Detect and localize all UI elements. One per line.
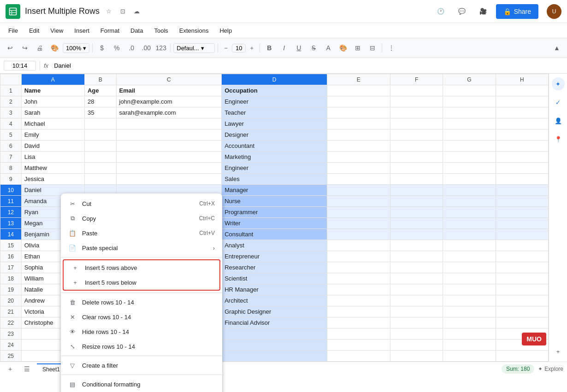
chat-icon[interactable]: 💬: [454, 3, 470, 20]
cell-G[interactable]: [443, 351, 496, 362]
cell-B[interactable]: [84, 129, 116, 140]
cell-D[interactable]: Scientist: [222, 273, 327, 284]
cell-H[interactable]: [496, 295, 548, 306]
explore-button[interactable]: ✦ Explore: [538, 366, 563, 372]
row-number[interactable]: 5: [0, 129, 22, 140]
cell-F[interactable]: [390, 96, 443, 107]
cell-B[interactable]: [84, 140, 116, 152]
history-icon[interactable]: ⊡: [117, 6, 128, 17]
col-header-G[interactable]: G: [443, 74, 496, 85]
decrease-decimal-button[interactable]: .0: [125, 41, 138, 54]
col-header-H[interactable]: H: [496, 74, 548, 85]
cell-D[interactable]: Sales: [222, 174, 327, 185]
row-number[interactable]: 20: [0, 295, 22, 306]
cell-D[interactable]: Designer: [222, 129, 327, 140]
cell-A[interactable]: Name: [21, 85, 84, 96]
cell-F[interactable]: [390, 174, 443, 185]
cell-B[interactable]: [84, 118, 116, 129]
formula-input[interactable]: [52, 61, 563, 70]
row-number[interactable]: 21: [0, 306, 22, 317]
ctx-paste[interactable]: 📋 Paste Ctrl+V: [61, 226, 222, 240]
cell-E[interactable]: [327, 229, 390, 240]
cell-F[interactable]: [390, 351, 443, 362]
menu-file[interactable]: File: [4, 25, 23, 36]
cell-D[interactable]: HR Manager: [222, 284, 327, 295]
cell-F[interactable]: [390, 262, 443, 273]
print-button[interactable]: 🖨: [33, 41, 46, 54]
format-123-button[interactable]: 123: [154, 41, 167, 54]
cell-B[interactable]: Age: [84, 85, 116, 96]
font-selector[interactable]: Defaul... ▾: [173, 43, 215, 53]
row-number[interactable]: 11: [0, 196, 22, 207]
cell-D[interactable]: [222, 351, 327, 362]
row-number[interactable]: 12: [0, 207, 22, 218]
cell-H[interactable]: [496, 129, 548, 140]
row-number[interactable]: 24: [0, 339, 22, 351]
cell-G[interactable]: [443, 295, 496, 306]
cell-G[interactable]: [443, 251, 496, 262]
cell-H[interactable]: [496, 240, 548, 251]
ctx-resize-rows[interactable]: ⤡ Resize rows 10 - 14: [61, 339, 222, 354]
cell-D[interactable]: [222, 328, 327, 339]
cell-F[interactable]: [390, 317, 443, 328]
row-number[interactable]: 3: [0, 107, 22, 118]
col-header-D[interactable]: D: [222, 74, 327, 85]
cell-D[interactable]: Programmer: [222, 207, 327, 218]
col-header-B[interactable]: B: [84, 74, 116, 85]
add-sheet-button[interactable]: +: [4, 363, 17, 375]
row-number[interactable]: 4: [0, 118, 22, 129]
cell-G[interactable]: [443, 107, 496, 118]
collapse-toolbar-button[interactable]: ▲: [550, 41, 563, 54]
row-number[interactable]: 19: [0, 284, 22, 295]
cell-D[interactable]: Researcher: [222, 262, 327, 273]
row-number[interactable]: 9: [0, 174, 22, 185]
cell-H[interactable]: [496, 140, 548, 152]
cell-F[interactable]: [390, 185, 443, 196]
cell-F[interactable]: [390, 218, 443, 229]
cell-F[interactable]: [390, 339, 443, 351]
user-avatar[interactable]: U: [547, 4, 561, 19]
menu-extensions[interactable]: Extensions: [175, 25, 213, 36]
paint-format-button[interactable]: 🎨: [48, 41, 61, 54]
cell-H[interactable]: [496, 262, 548, 273]
col-header-E[interactable]: E: [327, 74, 390, 85]
cell-E[interactable]: [327, 107, 390, 118]
cell-F[interactable]: [390, 284, 443, 295]
cell-H[interactable]: [496, 152, 548, 163]
cell-C[interactable]: Email: [116, 85, 222, 96]
cell-F[interactable]: [390, 140, 443, 152]
sum-badge[interactable]: Sum: 180: [502, 364, 534, 374]
cell-H[interactable]: [496, 229, 548, 240]
more-toolbar-button[interactable]: ⋮: [385, 41, 398, 54]
activity-icon[interactable]: 🕐: [432, 3, 449, 20]
cell-G[interactable]: [443, 284, 496, 295]
cell-B[interactable]: 28: [84, 96, 116, 107]
cell-A[interactable]: David: [21, 140, 84, 152]
tasks-icon[interactable]: ✓: [552, 96, 565, 109]
cell-E[interactable]: [327, 306, 390, 317]
cell-F[interactable]: [390, 152, 443, 163]
row-number[interactable]: 18: [0, 273, 22, 284]
cell-E[interactable]: [327, 295, 390, 306]
cell-A[interactable]: Matthew: [21, 163, 84, 174]
merge-button[interactable]: ⊟: [366, 41, 379, 54]
cell-G[interactable]: [443, 306, 496, 317]
cell-E[interactable]: [327, 185, 390, 196]
row-number[interactable]: 10: [0, 185, 22, 196]
cell-C[interactable]: [116, 152, 222, 163]
sheet-list-button[interactable]: ☰: [20, 363, 33, 375]
cell-F[interactable]: [390, 118, 443, 129]
cell-F[interactable]: [390, 251, 443, 262]
cell-B[interactable]: [84, 163, 116, 174]
col-header-F[interactable]: F: [390, 74, 443, 85]
cell-H[interactable]: [496, 107, 548, 118]
cell-F[interactable]: [390, 273, 443, 284]
cell-D[interactable]: Marketing: [222, 152, 327, 163]
cell-D[interactable]: Lawyer: [222, 118, 327, 129]
cell-G[interactable]: [443, 196, 496, 207]
cell-F[interactable]: [390, 207, 443, 218]
menu-tools[interactable]: Tools: [149, 25, 172, 36]
ctx-filter[interactable]: ▽ Create a filter: [61, 358, 222, 373]
row-number[interactable]: 14: [0, 229, 22, 240]
cell-F[interactable]: [390, 196, 443, 207]
